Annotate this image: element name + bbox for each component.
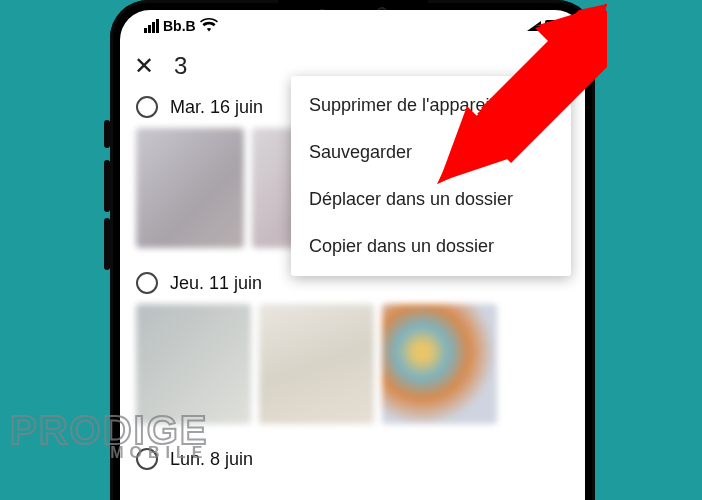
volume-down-button	[104, 218, 110, 270]
side-button	[104, 120, 110, 148]
photo-thumbnail[interactable]	[259, 304, 374, 424]
menu-item-move[interactable]: Déplacer dans un dossier	[291, 176, 571, 223]
watermark-brand: PRODIGE	[10, 412, 208, 448]
menu-item-backup[interactable]: Sauvegarder	[291, 129, 571, 176]
photo-thumbnail[interactable]	[136, 304, 251, 424]
volume-up-button	[104, 160, 110, 212]
photo-thumbnail[interactable]	[382, 304, 497, 424]
date-label: Mar. 16 juin	[170, 97, 263, 118]
carrier-label: Bb.B	[163, 18, 196, 34]
photo-thumbnail[interactable]	[136, 128, 244, 248]
signal-icon	[144, 19, 159, 33]
network-icon	[527, 21, 541, 31]
select-group-radio[interactable]	[136, 96, 158, 118]
close-icon[interactable]: ✕	[134, 52, 154, 80]
watermark: PRODIGE MOBILE	[10, 412, 208, 460]
selection-count: 3	[174, 52, 187, 80]
overflow-menu: Supprimer de l'appareil Sauvegarder Dépl…	[291, 76, 571, 276]
date-label: Jeu. 11 juin	[170, 273, 262, 294]
menu-item-delete[interactable]: Supprimer de l'appareil	[291, 82, 571, 129]
battery-icon	[545, 20, 569, 32]
menu-item-copy[interactable]: Copier dans un dossier	[291, 223, 571, 270]
wifi-icon	[200, 18, 218, 35]
status-bar: Bb.B	[120, 10, 585, 42]
select-group-radio[interactable]	[136, 272, 158, 294]
